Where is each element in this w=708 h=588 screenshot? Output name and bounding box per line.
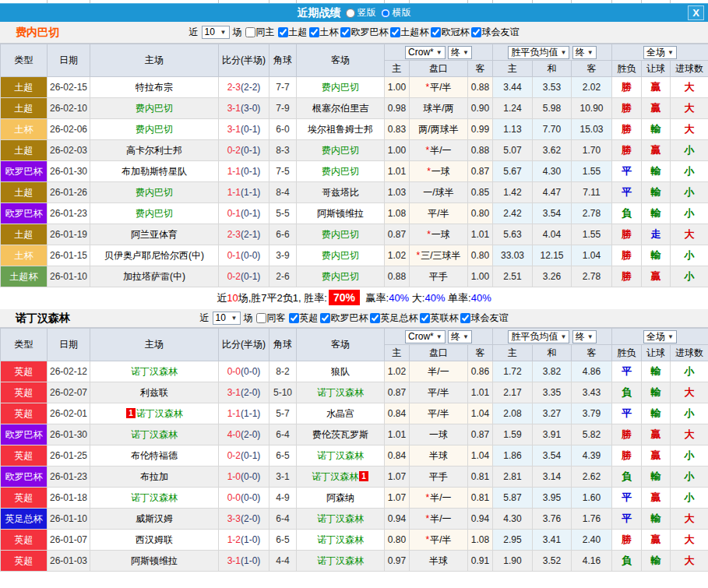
league-checkbox[interactable]: [278, 27, 288, 37]
league-filter[interactable]: 欧罗巴杯: [340, 26, 389, 39]
league-checkbox[interactable]: [390, 27, 400, 37]
col-type: 类型: [1, 44, 48, 77]
league-checkbox[interactable]: [431, 27, 441, 37]
same-venue-label: 同主: [256, 26, 275, 39]
result-outcome: 平: [612, 361, 642, 382]
horizontal-layout-option[interactable]: 横版: [381, 6, 411, 19]
chevron-down-icon: ▼: [463, 331, 469, 343]
odds-home: 0.97: [385, 551, 410, 572]
odds-company-select[interactable]: Crow*▼: [405, 330, 446, 343]
mean-group-header: 胜平负均值▼ 终▼: [493, 329, 612, 345]
close-icon[interactable]: X: [688, 5, 704, 20]
league-filter[interactable]: 英联杯: [420, 312, 459, 325]
result-outcome: 平: [612, 161, 642, 182]
match-row: 英足总杯26-01-10威斯汉姆3-3(2-0)6-4诺丁汉森林0.94*半/一…: [1, 509, 708, 530]
horizontal-layout-radio[interactable]: [381, 9, 390, 18]
odds-home: 0.83: [385, 119, 410, 140]
mean-final-select[interactable]: 终▼: [572, 46, 597, 59]
corner-cell: 6-4: [269, 509, 297, 530]
match-date: 26-01-19: [48, 224, 90, 245]
corner-cell: 6-5: [269, 530, 297, 551]
halftime-score: (3-0): [241, 103, 260, 114]
mean-draw: 3.54: [533, 445, 572, 467]
summary-count: 10: [227, 292, 238, 304]
handicap-text: 三/三球半: [421, 250, 460, 261]
same-venue-filter[interactable]: 同主: [245, 26, 275, 39]
match-date: 26-02-07: [48, 382, 90, 403]
mean-odds-select[interactable]: 胜平负均值▼: [508, 46, 569, 59]
league-checkbox[interactable]: [289, 313, 299, 323]
league-filter[interactable]: 土杯: [309, 26, 339, 39]
league-checkbox[interactable]: [471, 27, 481, 37]
odds-company-select[interactable]: Crow*▼: [405, 46, 446, 59]
handicap-text: 半/一: [428, 366, 449, 377]
same-venue-checkbox[interactable]: [245, 27, 255, 37]
mean-draw: 3.76: [533, 509, 572, 530]
league-checkbox[interactable]: [309, 27, 319, 37]
match-row: 土超26-02-10费内巴切3-1(3-0)7-9根塞尔伯里吉0.98球半/两0…: [1, 98, 708, 119]
halftime-score: (0-0): [241, 250, 260, 261]
league-filter[interactable]: 英超: [289, 312, 319, 325]
handicap-text: 半球: [429, 555, 448, 566]
odds-home: 1.03: [385, 182, 410, 203]
odds-final-select[interactable]: 终▼: [448, 46, 472, 59]
league-filter[interactable]: 英足总杯: [370, 312, 418, 325]
score-cell: 3-1(0-1): [219, 119, 269, 140]
league-checkbox[interactable]: [320, 313, 330, 323]
fulltime-score: 0-2: [227, 271, 241, 282]
handicap-text: 一球: [431, 166, 450, 177]
match-count-select[interactable]: 10▼: [202, 26, 230, 39]
col-odds-home: 主: [385, 345, 410, 361]
handicap-text: 平/半: [430, 82, 451, 93]
mean-final-select[interactable]: 终▼: [572, 330, 597, 343]
fulltime-score: 2-3: [227, 229, 241, 240]
league-filter[interactable]: 球会友谊: [460, 312, 509, 325]
home-team-cell: 贝伊奥卢耶尼恰尔西(中): [90, 245, 219, 266]
score-cell: 0-0(0-0): [219, 488, 269, 509]
star-marker: *: [425, 145, 429, 156]
league-filter[interactable]: 球会友谊: [471, 26, 520, 39]
odds-away: 0.88: [468, 140, 493, 161]
score-cell: 3-3(2-0): [219, 509, 269, 530]
home-team-cell: 诺丁汉森林: [90, 361, 219, 382]
league-checkbox[interactable]: [460, 313, 470, 323]
vertical-layout-option[interactable]: 竖版: [346, 6, 376, 19]
col-date: 日期: [48, 329, 90, 361]
home-team-cell: 阿兰亚体育: [90, 224, 219, 245]
league-filter[interactable]: 土超: [278, 26, 308, 39]
match-date: 26-01-18: [48, 488, 90, 509]
match-row: 欧罗巴杯26-01-30诺丁汉森林4-0(2-0)6-4费伦茨瓦罗斯1.01一球…: [1, 424, 708, 445]
league-checkbox[interactable]: [420, 313, 430, 323]
away-team-name: 费内巴切: [322, 271, 359, 282]
odds-handicap: *一球: [410, 224, 468, 245]
vertical-layout-radio[interactable]: [346, 9, 355, 18]
home-team-name: 高卡尔利士邦: [126, 145, 182, 156]
odds-home: 1.00: [385, 77, 410, 98]
halftime-score: (1-1): [241, 408, 260, 419]
away-team-cell: 诺丁汉森林: [297, 382, 385, 403]
star-marker: *: [427, 166, 431, 177]
mean-away: 3.79: [572, 403, 612, 424]
same-venue-filter[interactable]: 同客: [256, 312, 286, 325]
fulltime-select[interactable]: 全场▼: [643, 46, 677, 59]
team-filter-bar: 诺丁汉森林 近 10▼ 场 同客 英超欧罗巴杯英足总杯英联杯球会友谊: [0, 309, 708, 328]
league-filter[interactable]: 欧罗巴杯: [320, 312, 368, 325]
mean-away: 2.40: [572, 530, 612, 551]
mean-odds-select[interactable]: 胜平负均值▼: [508, 330, 569, 343]
halftime-score: (0-1): [241, 208, 260, 219]
league-filter[interactable]: 土超杯: [390, 26, 429, 39]
match-date: 26-01-15: [48, 245, 90, 266]
match-count-select[interactable]: 10▼: [213, 312, 241, 325]
home-team-cell: 加拉塔萨雷(中): [90, 266, 219, 287]
score-cell: 0-2(0-1): [219, 266, 269, 287]
odds-final-select[interactable]: 终▼: [448, 330, 472, 343]
league-type-badge: 土超: [1, 77, 48, 98]
fulltime-select[interactable]: 全场▼: [643, 330, 677, 343]
league-filter[interactable]: 欧冠杯: [431, 26, 470, 39]
result-handicap-bet: 贏: [642, 77, 671, 98]
league-checkbox[interactable]: [340, 27, 350, 37]
same-venue-checkbox[interactable]: [256, 313, 266, 323]
match-row: 土超26-01-26费内巴切1-1(1-1)8-4哥兹塔比1.03一/球半0.8…: [1, 182, 708, 203]
team-section-fenerbahce: 费内巴切 近 10▼ 场 同主 土超土杯欧罗巴杯土超杯欧冠杯球会友谊 类型 日期…: [0, 22, 708, 309]
league-checkbox[interactable]: [370, 313, 380, 323]
